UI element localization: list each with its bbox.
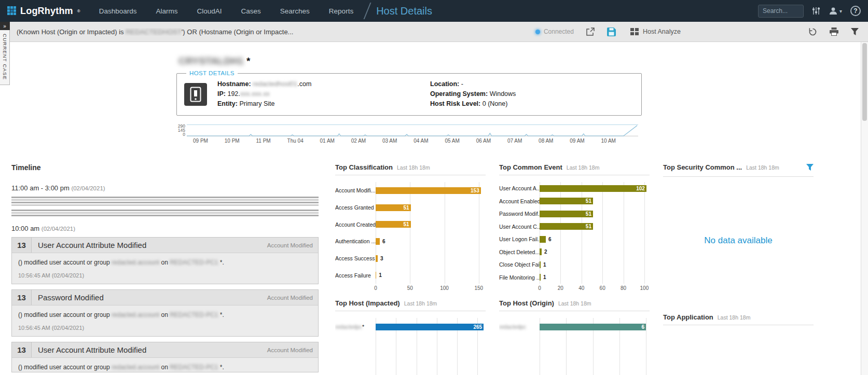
label-redacted: redactedpc [499, 324, 526, 330]
bar-row: 2 [540, 246, 650, 259]
help-icon[interactable]: ? [850, 6, 861, 16]
bar-track: 1 [540, 261, 650, 268]
search-input[interactable] [758, 5, 804, 18]
ip-visible: 192. [227, 90, 240, 98]
bar[interactable] [376, 272, 376, 279]
chart-label-column: redactedpc [499, 318, 540, 375]
event-count-badge: 13 [12, 238, 32, 253]
host-icon [184, 83, 207, 106]
bar[interactable]: 51 [376, 204, 411, 211]
axis-tick-label: 100 [640, 285, 649, 291]
bar-track: 153 [376, 187, 486, 194]
nav-item-reports[interactable]: Reports [329, 7, 353, 15]
axis-tick-label: 80 [621, 285, 626, 291]
os-label: Operating System: [430, 90, 488, 98]
panel-title: Top Common Event [499, 163, 562, 171]
user-menu[interactable]: ▾ [829, 6, 842, 16]
expand-arrow-icon[interactable]: » [0, 22, 10, 30]
timeline-group-header[interactable]: 10:00 am (02/04/2021) [11, 225, 322, 232]
nav-item-dashboards[interactable]: Dashboards [99, 7, 137, 15]
bar[interactable]: 51 [540, 223, 593, 230]
bar[interactable] [540, 261, 541, 268]
bar[interactable] [376, 255, 378, 262]
chart-category-label: redactedpc * [335, 318, 376, 336]
bar-track: 51 [376, 204, 486, 211]
risk-label: Host Risk Level: [430, 100, 480, 107]
event-body-redacted: REDACTED-PC1 [170, 259, 218, 266]
filter-funnel-icon[interactable] [851, 28, 859, 35]
bar-row: 51 [540, 207, 650, 220]
bar-track: 51 [540, 198, 650, 204]
bar[interactable] [540, 236, 546, 243]
hostname-suffix: .com [297, 80, 311, 88]
bar[interactable] [540, 248, 542, 255]
bar-value: 3 [380, 255, 383, 262]
panel-title: Top Host (Origin) [499, 299, 554, 307]
panel-top-classification: Top Classification Last 18h 18m Account … [335, 163, 486, 284]
chart-column-2: Top Common Event Last 18h 18m User Accou… [499, 163, 650, 375]
print-icon[interactable] [830, 27, 838, 36]
axis-tick-label: 150 [474, 285, 483, 291]
label-text: Close Object Fai... [499, 261, 540, 268]
panel-range: Last 18h 18m [397, 164, 430, 171]
bar[interactable]: 153 [376, 187, 481, 194]
bar[interactable]: 51 [540, 211, 593, 217]
scrollbar-thumb[interactable] [862, 43, 867, 121]
collapsed-events[interactable] [11, 197, 319, 216]
filter-sliders-icon[interactable] [812, 7, 820, 15]
logrhythm-logo[interactable]: LogRhythm® [7, 6, 80, 17]
bar[interactable]: 51 [376, 221, 411, 228]
spark-x-tick: 11 PM [256, 138, 271, 144]
axis-tick-label: 100 [440, 285, 449, 291]
timeline-event-card[interactable]: 13User Account Attribute ModifiedAccount… [11, 342, 319, 372]
nav-item-searches[interactable]: Searches [280, 7, 310, 15]
current-case-tab[interactable]: » CURRENT CASE [0, 22, 10, 85]
event-body-text: on [159, 259, 170, 266]
label-redacted: redactedpc [335, 324, 362, 330]
save-search-icon[interactable] [607, 27, 616, 36]
timeline-event-card[interactable]: 13User Account Attribute ModifiedAccount… [11, 237, 319, 284]
panel-range: Last 18h 18m [567, 164, 600, 171]
bar[interactable] [540, 274, 541, 281]
nav-item-alarms[interactable]: Alarms [156, 7, 178, 15]
popout-icon[interactable] [586, 27, 595, 36]
bar[interactable]: 265 [376, 324, 484, 330]
bar[interactable]: 6 [540, 324, 646, 330]
query-text-tail: ') OR (Hostname (Origin or Impacte... [182, 28, 294, 36]
bar-rows: 1025151516211 [540, 182, 650, 284]
host-fields-left: Hostname: redactedhost01.com IP: 192.xxx… [217, 79, 430, 109]
bar[interactable]: 51 [540, 198, 593, 204]
query-redacted: REDACTEDHOST [126, 28, 182, 36]
bar[interactable] [376, 238, 380, 245]
undo-icon[interactable] [808, 27, 817, 36]
host-details-panel: HOST DETAILS Hostname: redactedhost01.co… [176, 70, 642, 116]
nav-item-cloudai[interactable]: CloudAI [197, 7, 222, 15]
event-title: User Account Attribute Modified [32, 342, 146, 357]
x-axis: 050100150 [376, 285, 486, 293]
bar-value: 51 [403, 204, 409, 211]
hostname-redacted: redactedhost01 [253, 80, 297, 88]
chart-plot-area: 265050100150200250 [376, 318, 486, 375]
host-fields-right: Location: - Operating System: Windows Ho… [430, 79, 516, 109]
event-card-header: 13User Account Attribute ModifiedAccount… [12, 342, 318, 358]
bar[interactable]: 102 [540, 185, 646, 192]
chart-category-label: Access Granted [335, 199, 376, 216]
spark-x-tick: 09 AM [570, 138, 584, 144]
host-origin-chart: redactedpc601.534.56 [499, 318, 650, 375]
host-analyze-button[interactable]: Host Analyze [630, 28, 681, 35]
chart-category-label: Account Modifi... [335, 182, 376, 199]
event-body-text: *. [218, 259, 224, 266]
panel-filter-icon[interactable] [806, 163, 814, 173]
timeline-group-header[interactable]: 11:00 am - 3:00 pm (02/04/2021) [11, 184, 322, 192]
nav-item-cases[interactable]: Cases [241, 7, 261, 15]
timeline-event-card[interactable]: 13Password ModifiedAccount Modified() mo… [11, 289, 319, 337]
event-card-header: 13User Account Attribute ModifiedAccount… [12, 238, 318, 253]
label-suffix: * [362, 324, 364, 330]
event-card-header: 13Password ModifiedAccount Modified [12, 290, 318, 305]
location-label: Location: [430, 80, 459, 88]
panel-top-host-impacted: Top Host (Impacted) Last 18h 18m redacte… [335, 299, 486, 375]
vertical-scrollbar[interactable] [861, 42, 868, 375]
search-query[interactable]: (Known Host (Origin or Impacted) is REDA… [17, 28, 293, 36]
panel-title: Top Security Common ... [663, 163, 742, 171]
event-body-redacted: redacted.account [112, 311, 159, 318]
